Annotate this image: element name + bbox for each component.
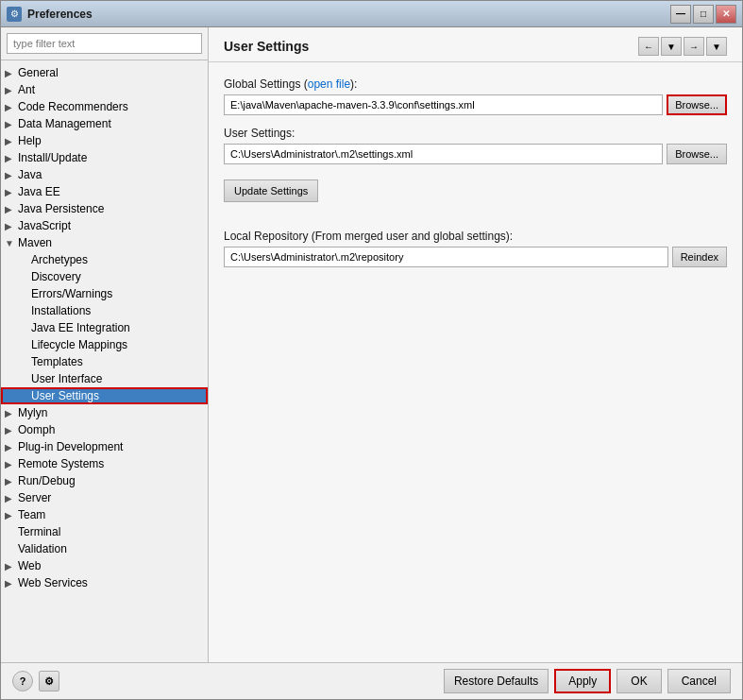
global-browse-button[interactable]: Browse... bbox=[667, 94, 727, 115]
tree-label-java-persistence: Java Persistence bbox=[18, 202, 104, 215]
nav-forward-dropdown[interactable]: ▼ bbox=[706, 37, 727, 56]
tree-label-run-debug: Run/Debug bbox=[18, 474, 76, 487]
tree-item-lifecycle-mappings[interactable]: Lifecycle Mappings bbox=[1, 336, 208, 353]
tree-item-oomph[interactable]: ▶Oomph bbox=[1, 421, 208, 438]
tree-item-mylyn[interactable]: ▶Mylyn bbox=[1, 404, 208, 421]
content-area: ▶General▶Ant▶Code Recommenders▶Data Mana… bbox=[1, 27, 742, 662]
tree-item-java[interactable]: ▶Java bbox=[1, 166, 208, 183]
tree-arrow-remote-systems: ▶ bbox=[5, 459, 18, 470]
help-button[interactable]: ? bbox=[12, 671, 33, 691]
tree-arrow-web: ▶ bbox=[5, 561, 18, 572]
tree-item-code-recommenders[interactable]: ▶Code Recommenders bbox=[1, 98, 208, 115]
nav-back-dropdown[interactable]: ▼ bbox=[661, 37, 682, 56]
global-settings-label: Global Settings (open file): bbox=[224, 77, 727, 91]
global-path-input[interactable] bbox=[224, 94, 663, 115]
local-repo-row: Local Repository (From merged user and g… bbox=[224, 230, 727, 267]
settings-content: Global Settings (open file): Browse... U… bbox=[209, 62, 742, 662]
tree-label-lifecycle-mappings: Lifecycle Mappings bbox=[31, 338, 127, 351]
right-header: User Settings ← ▼ → ▼ bbox=[209, 27, 742, 62]
user-path-row: Browse... bbox=[224, 144, 727, 164]
tree-item-validation[interactable]: Validation bbox=[1, 540, 208, 557]
tree-label-install-update: Install/Update bbox=[18, 151, 87, 164]
tree-label-discovery: Discovery bbox=[31, 270, 81, 283]
tree-arrow-java: ▶ bbox=[5, 170, 18, 180]
tree-label-terminal: Terminal bbox=[18, 525, 60, 538]
tree-label-templates: Templates bbox=[31, 355, 83, 368]
tree-label-general: General bbox=[18, 66, 59, 79]
tree-item-user-settings[interactable]: User Settings bbox=[1, 387, 208, 404]
tree-label-help: Help bbox=[18, 134, 42, 147]
panel-title: User Settings bbox=[224, 39, 309, 54]
update-settings-row: Update Settings bbox=[224, 176, 727, 202]
user-path-input[interactable] bbox=[224, 144, 663, 164]
tree-area: ▶General▶Ant▶Code Recommenders▶Data Mana… bbox=[1, 60, 208, 662]
user-browse-button[interactable]: Browse... bbox=[667, 144, 727, 164]
open-file-link[interactable]: open file bbox=[308, 77, 350, 91]
tree-item-user-interface[interactable]: User Interface bbox=[1, 370, 208, 387]
tree-label-user-interface: User Interface bbox=[31, 372, 102, 385]
tree-item-installations[interactable]: Installations bbox=[1, 302, 208, 319]
tree-item-maven[interactable]: ▼Maven bbox=[1, 234, 208, 251]
tree-arrow-javascript: ▶ bbox=[5, 221, 18, 231]
filter-input[interactable] bbox=[7, 33, 202, 54]
preferences-button[interactable]: ⚙ bbox=[39, 671, 59, 691]
tree-item-run-debug[interactable]: ▶Run/Debug bbox=[1, 472, 208, 489]
tree-label-oomph: Oomph bbox=[18, 423, 55, 436]
nav-back-button[interactable]: ← bbox=[638, 37, 659, 56]
tree-item-plugin-development[interactable]: ▶Plug-in Development bbox=[1, 438, 208, 455]
tree-label-javascript: JavaScript bbox=[18, 219, 71, 232]
right-panel: User Settings ← ▼ → ▼ Global Settings (o… bbox=[209, 27, 742, 662]
tree-label-errors-warnings: Errors/Warnings bbox=[31, 287, 112, 300]
tree-item-install-update[interactable]: ▶Install/Update bbox=[1, 149, 208, 166]
tree-arrow-web-services: ▶ bbox=[5, 578, 18, 589]
tree-item-data-management[interactable]: ▶Data Management bbox=[1, 115, 208, 132]
restore-apply-area: Restore Defaults Apply bbox=[444, 669, 611, 693]
tree-item-templates[interactable]: Templates bbox=[1, 353, 208, 370]
tree-arrow-oomph: ▶ bbox=[5, 425, 18, 435]
nav-forward-button[interactable]: → bbox=[684, 37, 704, 56]
tree-item-web-services[interactable]: ▶Web Services bbox=[1, 574, 208, 591]
user-settings-label: User Settings: bbox=[224, 127, 727, 140]
window-icon: ⚙ bbox=[7, 7, 22, 22]
tree-arrow-ant: ▶ bbox=[5, 85, 18, 95]
tree-item-server[interactable]: ▶Server bbox=[1, 489, 208, 506]
tree-item-general[interactable]: ▶General bbox=[1, 64, 208, 81]
tree-arrow-run-debug: ▶ bbox=[5, 476, 18, 487]
cancel-button[interactable]: Cancel bbox=[667, 669, 731, 693]
tree-item-help[interactable]: ▶Help bbox=[1, 132, 208, 149]
tree-item-ant[interactable]: ▶Ant bbox=[1, 81, 208, 98]
maximize-button[interactable]: □ bbox=[693, 5, 714, 24]
tree-item-discovery[interactable]: Discovery bbox=[1, 268, 208, 285]
tree-arrow-general: ▶ bbox=[5, 68, 18, 78]
tree-item-java-ee-integration[interactable]: Java EE Integration bbox=[1, 319, 208, 336]
title-bar-buttons: — □ ✕ bbox=[670, 5, 736, 24]
ok-button[interactable]: OK bbox=[616, 669, 661, 693]
tree-item-terminal[interactable]: Terminal bbox=[1, 523, 208, 540]
tree-arrow-help: ▶ bbox=[5, 136, 18, 146]
tree-label-user-settings: User Settings bbox=[31, 389, 99, 402]
tree-label-server: Server bbox=[18, 491, 51, 504]
restore-defaults-button[interactable]: Restore Defaults bbox=[444, 669, 549, 693]
global-path-row: Browse... bbox=[224, 94, 727, 115]
bottom-left-actions: ? ⚙ bbox=[12, 671, 438, 691]
tree-label-web: Web bbox=[18, 559, 41, 572]
tree-item-java-ee[interactable]: ▶Java EE bbox=[1, 183, 208, 200]
tree-arrow-plugin-development: ▶ bbox=[5, 442, 18, 452]
reindex-button[interactable]: Reindex bbox=[672, 247, 727, 267]
tree-item-remote-systems[interactable]: ▶Remote Systems bbox=[1, 455, 208, 472]
tree-item-web[interactable]: ▶Web bbox=[1, 557, 208, 574]
close-button[interactable]: ✕ bbox=[716, 5, 736, 24]
tree-arrow-code-recommenders: ▶ bbox=[5, 102, 18, 112]
minimize-button[interactable]: — bbox=[670, 5, 691, 24]
tree-item-javascript[interactable]: ▶JavaScript bbox=[1, 217, 208, 234]
local-repo-input[interactable] bbox=[224, 247, 668, 267]
tree-item-errors-warnings[interactable]: Errors/Warnings bbox=[1, 285, 208, 302]
tree-item-archetypes[interactable]: Archetypes bbox=[1, 251, 208, 268]
update-settings-button[interactable]: Update Settings bbox=[224, 179, 318, 202]
tree-label-archetypes: Archetypes bbox=[31, 253, 88, 266]
tree-label-java-ee-integration: Java EE Integration bbox=[31, 321, 130, 334]
apply-button[interactable]: Apply bbox=[554, 669, 611, 693]
window-title: Preferences bbox=[27, 8, 670, 21]
tree-item-java-persistence[interactable]: ▶Java Persistence bbox=[1, 200, 208, 217]
tree-item-team[interactable]: ▶Team bbox=[1, 506, 208, 523]
